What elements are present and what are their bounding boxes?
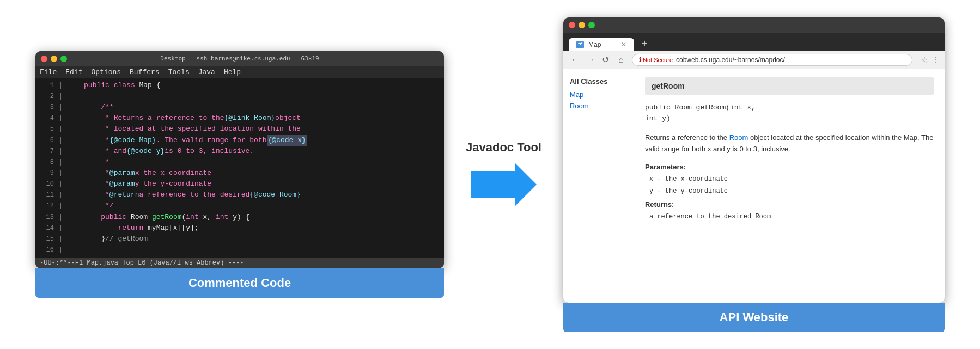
code-line-5: 5 | * located at the specified location … xyxy=(35,124,444,134)
statusbar-text: -UU-:**--F1 Map.java Top L6 (Java//l ws … xyxy=(40,259,244,267)
editor-menubar: File Edit Options Buffers Tools Java Hel… xyxy=(35,66,444,78)
code-line-3: 3 | /** xyxy=(35,102,444,113)
returns-header: Returns: xyxy=(645,200,934,209)
not-secure-indicator: ℹ Not Secure xyxy=(639,56,673,63)
code-line-4: 4 | * Returns a reference to the {@link … xyxy=(35,113,444,124)
tab-favicon: 🗺 xyxy=(576,41,584,48)
lock-icon: ℹ xyxy=(639,56,641,63)
arrow-section: Javadoc Tool xyxy=(466,140,541,209)
code-line-15: 15 | } // getRoom xyxy=(35,234,444,244)
tab-title: Map xyxy=(588,41,601,48)
menu-edit[interactable]: Edit xyxy=(65,68,82,76)
address-box[interactable]: ℹ Not Secure cobweb.cs.uga.edu/~barnes/m… xyxy=(632,54,912,66)
code-line-16: 16 | xyxy=(35,244,444,255)
signature-line2: int y) xyxy=(645,114,671,123)
address-text: cobweb.cs.uga.edu/~barnes/mapdoc/ xyxy=(676,56,785,64)
left-panel: Desktop — ssh barnes@nike.cs.uga.edu — 6… xyxy=(35,51,444,298)
menu-buffers[interactable]: Buffers xyxy=(130,68,160,76)
sidebar-header: All Classes xyxy=(563,74,634,89)
main-container: Desktop — ssh barnes@nike.cs.uga.edu — 6… xyxy=(25,7,955,343)
dot-yellow[interactable] xyxy=(51,56,57,62)
method-description: Returns a reference to the Room object l… xyxy=(645,132,934,155)
params-header: Parameters: xyxy=(645,163,934,171)
dot-red[interactable] xyxy=(41,56,47,62)
bookmark-icon[interactable]: ☆ xyxy=(921,56,928,64)
method-signature: public Room getRoom(int x, int y) xyxy=(645,102,934,125)
code-line-6: 6 | * {@code Map} . The valid range for … xyxy=(35,135,444,146)
tab-close-button[interactable]: ✕ xyxy=(621,41,626,48)
browser-dot-green[interactable] xyxy=(588,22,595,28)
right-panel: 🗺 Map ✕ + ← → ↺ ⌂ ℹ Not Secure xyxy=(563,17,945,332)
editor-body: 1 | public class Map { 2 | 3 | xyxy=(35,78,444,258)
sidebar-item-room[interactable]: Room xyxy=(563,100,634,112)
home-button[interactable]: ⌂ xyxy=(614,55,628,65)
code-line-12: 12 | */ xyxy=(35,200,444,211)
code-line-9: 9 | * @param x the x-coordinate xyxy=(35,168,444,179)
browser-dot-yellow[interactable] xyxy=(579,22,585,28)
code-line-7: 7 | * and {@code y} is 0 to 3, inclusive… xyxy=(35,146,444,157)
menu-file[interactable]: File xyxy=(40,68,57,76)
arrow-icon xyxy=(471,160,537,209)
param-x: x - the x-coordinate xyxy=(645,175,934,183)
code-line-1: 1 | public class Map { xyxy=(35,80,444,91)
menu-options[interactable]: Options xyxy=(91,68,121,76)
menu-icon[interactable]: ⋮ xyxy=(932,56,939,64)
editor-window: Desktop — ssh barnes@nike.cs.uga.edu — 6… xyxy=(35,51,444,268)
code-line-14: 14 | return myMap[x][y]; xyxy=(35,223,444,234)
browser-tab-bar: 🗺 Map ✕ + xyxy=(563,33,945,51)
browser-dot-red[interactable] xyxy=(569,22,575,28)
sidebar-nav: All Classes Map Room xyxy=(563,69,634,303)
editor-titlebar: Desktop — ssh barnes@nike.cs.uga.edu — 6… xyxy=(35,51,444,66)
dot-green[interactable] xyxy=(60,56,67,62)
editor-title: Desktop — ssh barnes@nike.cs.uga.edu — 6… xyxy=(160,55,319,62)
javadoc-main: getRoom public Room getRoom(int x, int y… xyxy=(634,69,945,303)
browser-window: 🗺 Map ✕ + ← → ↺ ⌂ ℹ Not Secure xyxy=(563,17,945,303)
code-line-11: 11 | * @return a reference to the desire… xyxy=(35,189,444,200)
menu-help[interactable]: Help xyxy=(224,68,241,76)
forward-button[interactable]: → xyxy=(584,55,597,65)
back-button[interactable]: ← xyxy=(569,55,582,65)
code-line-10: 10 | * @param y the y-coordinate xyxy=(35,179,444,189)
menu-tools[interactable]: Tools xyxy=(168,68,190,76)
param-y: y - the y-coordinate xyxy=(645,187,934,195)
sidebar-item-map[interactable]: Map xyxy=(563,89,634,100)
browser-titlebar xyxy=(563,17,945,33)
method-header: getRoom xyxy=(645,77,934,95)
code-line-13: 13 | public Room getRoom ( int x, int y)… xyxy=(35,212,444,223)
arrow-label: Javadoc Tool xyxy=(466,140,541,155)
code-line-2: 2 | xyxy=(35,91,444,102)
refresh-button[interactable]: ↺ xyxy=(599,54,612,65)
browser-content: All Classes Map Room getRoom public Room… xyxy=(563,69,945,303)
new-tab-button[interactable]: + xyxy=(636,36,653,51)
room-link[interactable]: Room xyxy=(729,133,748,142)
browser-tab-map[interactable]: 🗺 Map ✕ xyxy=(569,38,634,51)
address-icons: ☆ ⋮ xyxy=(921,56,939,64)
menu-java[interactable]: Java xyxy=(198,68,215,76)
editor-statusbar: -UU-:**--F1 Map.java Top L6 (Java//l ws … xyxy=(35,258,444,268)
svg-marker-0 xyxy=(471,163,537,206)
signature-line1: public Room getRoom(int x, xyxy=(645,103,756,112)
browser-label: API Website xyxy=(563,303,945,332)
browser-addressbar: ← → ↺ ⌂ ℹ Not Secure cobweb.cs.uga.edu/~… xyxy=(563,51,945,69)
editor-label: Commented Code xyxy=(35,268,444,298)
nav-controls: ← → ↺ ⌂ xyxy=(569,54,628,65)
returns-text: a reference to the desired Room xyxy=(645,213,934,221)
code-line-8: 8 | * xyxy=(35,157,444,168)
not-secure-text: Not Secure xyxy=(643,57,673,63)
